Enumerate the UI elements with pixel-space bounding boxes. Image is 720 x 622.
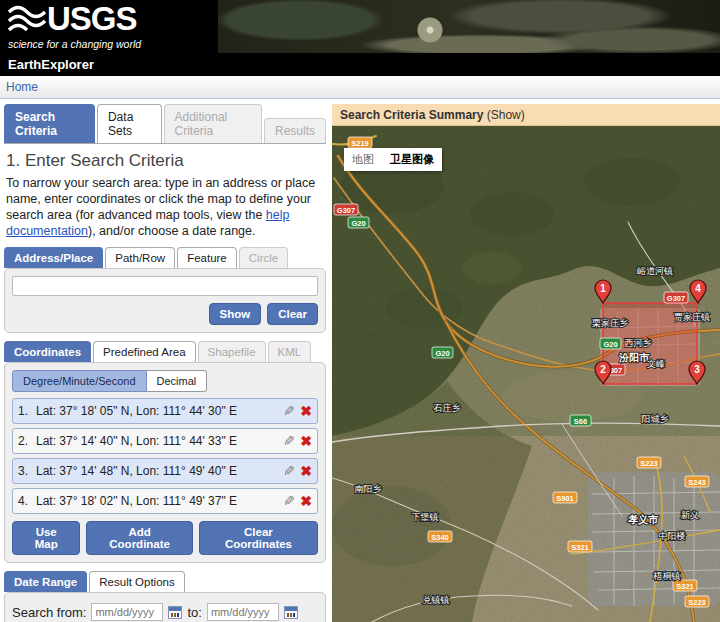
road-shield: S66 [574,417,587,426]
place-label: 下堡镇 [412,512,439,522]
place-label: 梧桐镇 [653,571,681,581]
use-map-button[interactable]: Use Map [12,521,80,555]
coordinate-row: 3. Lat: 37° 14' 48" N, Lon: 111° 49' 40"… [12,458,318,484]
add-coordinate-button[interactable]: Add Coordinate [86,521,193,555]
map-type-satellite-button[interactable]: 卫星图像 [382,148,442,171]
date-to-input[interactable] [207,603,279,621]
coordinate-row: 1. Lat: 37° 18' 05" N, Lon: 111° 44' 30"… [12,398,318,424]
place-label: 栗家庄乡 [592,318,628,328]
place-label: 中阳楼 [659,531,686,541]
calendar-icon[interactable] [284,606,298,619]
svg-text:3: 3 [694,364,700,375]
place-label: 孝义市 [627,514,659,525]
summary-title: Search Criteria Summary [340,108,483,122]
usgs-logo: USGS science for a changing world [0,0,218,53]
place-label: 峪道河镇 [637,266,673,276]
edit-coordinate-icon[interactable]: ✎ [283,493,295,509]
delete-coordinate-icon[interactable]: ✖ [300,433,312,449]
tab-result-options[interactable]: Result Options [89,571,184,592]
coordinate-tabs: Coordinates Predefined Area Shapefile KM… [4,341,326,362]
search-criteria-summary-bar[interactable]: Search Criteria Summary (Show) [332,104,720,126]
intro-text: To narrow your search area: type in an a… [6,175,324,239]
page-title: 1. Enter Search Criteria [6,151,326,171]
coordinate-index: 4. [18,494,36,508]
coordinates-box: Degree/Minute/Second Decimal 1. Lat: 37°… [4,362,326,563]
coordinate-index: 2. [18,434,36,448]
tab-additional-criteria[interactable]: Additional Criteria [164,104,262,143]
coordinate-format-toggle: Degree/Minute/Second Decimal [12,370,318,392]
tab-feature[interactable]: Feature [177,247,237,268]
earthexplorer-page: USGS science for a changing world EarthE… [0,0,720,622]
svg-text:4: 4 [695,283,701,294]
tab-date-range[interactable]: Date Range [4,571,87,592]
home-link[interactable]: Home [6,76,38,98]
svg-text:1: 1 [600,283,606,294]
edit-coordinate-icon[interactable]: ✎ [283,463,295,479]
address-input[interactable] [12,276,318,296]
usgs-logo-text: USGS [47,2,137,36]
delete-coordinate-icon[interactable]: ✖ [300,403,312,419]
delete-coordinate-icon[interactable]: ✖ [300,463,312,479]
clear-button[interactable]: Clear [267,303,318,325]
place-label: 阳城乡 [642,414,669,424]
to-label: to: [187,605,201,620]
main-tabs: Search Criteria Data Sets Additional Cri… [4,104,326,143]
place-label: 西河乡 [625,338,652,348]
road-shield: G20 [435,349,449,358]
tab-address-place[interactable]: Address/Place [4,247,103,268]
search-panel: Search Criteria Data Sets Additional Cri… [4,104,326,622]
place-label: 兑镇镇 [423,595,450,605]
road-shield: S243 [688,478,706,487]
usgs-tagline: science for a changing world [8,38,141,50]
road-shield: S223 [688,598,706,607]
place-label: 石庄乡 [433,403,461,413]
road-shield: G307 [667,294,685,303]
road-shield: S321 [571,543,589,552]
road-shield: S901 [556,494,574,503]
breadcrumb-bar: Home [0,76,720,99]
edit-coordinate-icon[interactable]: ✎ [283,403,295,419]
tab-coordinates[interactable]: Coordinates [4,341,91,362]
satellite-map[interactable]: S219 G307 G20 G307 G20 G20 G307 S66 S223… [332,126,720,622]
place-label: 新义 [681,510,699,520]
address-tabs: Address/Place Path/Row Feature Circle [4,247,326,268]
search-from-label: Search from: [12,605,86,620]
coordinate-value: Lat: 37° 14' 48" N, Lon: 111° 49' 40" E [36,464,283,478]
app-title-bar: EarthExplorer [0,53,720,76]
tab-results[interactable]: Results [264,118,326,143]
clear-coordinates-button[interactable]: Clear Coordinates [199,521,318,555]
intro-after: ), and/or choose a date range. [88,224,255,238]
tab-kml[interactable]: KML [268,341,312,362]
road-shield: G20 [603,340,617,349]
decimal-button[interactable]: Decimal [147,370,208,392]
dms-button[interactable]: Degree/Minute/Second [12,370,147,392]
road-shield: S219 [351,139,369,148]
map-type-map-button[interactable]: 地图 [344,148,382,171]
calendar-icon[interactable] [168,606,182,619]
tab-data-sets[interactable]: Data Sets [97,104,162,143]
show-button[interactable]: Show [209,303,262,325]
tab-shapefile[interactable]: Shapefile [198,341,266,362]
tab-path-row[interactable]: Path/Row [105,247,175,268]
delete-coordinate-icon[interactable]: ✖ [300,493,312,509]
usgs-waves-icon [7,2,47,36]
road-shield: G307 [337,206,355,215]
road-shield: S321 [676,582,694,591]
date-from-input[interactable] [91,603,163,621]
place-label: 汾阳市 [619,352,650,363]
coordinate-value: Lat: 37° 14' 40" N, Lon: 111° 44' 33" E [36,434,283,448]
map-canvas[interactable]: 地图 卫星图像 [332,126,720,622]
road-shield: S340 [431,533,449,542]
tab-predefined-area[interactable]: Predefined Area [93,341,195,362]
tab-search-criteria[interactable]: Search Criteria [4,104,95,143]
edit-coordinate-icon[interactable]: ✎ [283,433,295,449]
tab-circle[interactable]: Circle [239,247,288,268]
date-range-box: Search from: to: Search months: (all) ▼ [4,592,326,622]
map-panel: Search Criteria Summary (Show) 地图 卫星图像 [332,104,720,622]
summary-toggle[interactable]: (Show) [487,108,525,122]
road-shield: S223 [640,459,658,468]
coordinate-index: 1. [18,404,36,418]
coordinate-index: 3. [18,464,36,478]
place-label: 南阳乡 [355,484,382,494]
coordinate-value: Lat: 37° 18' 05" N, Lon: 111° 44' 30" E [36,404,283,418]
